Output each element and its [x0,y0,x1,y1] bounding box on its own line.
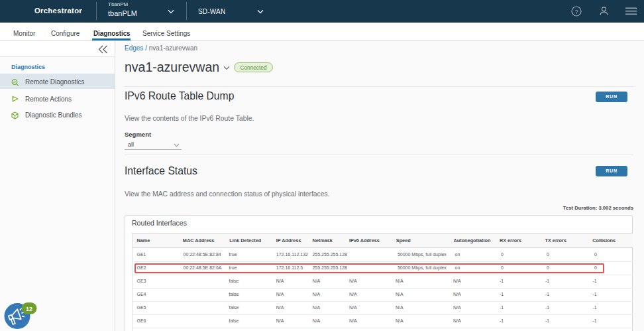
svg-text:?: ? [574,9,578,15]
svg-text:12: 12 [26,306,32,312]
